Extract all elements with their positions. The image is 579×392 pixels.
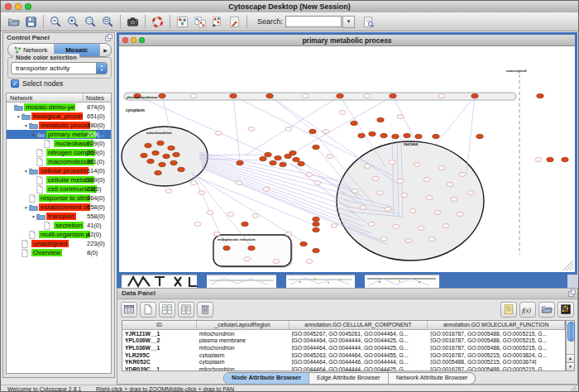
table-row-ykr052c[interactable]: YKR052Ccytoplasm[GO:0044464, GO:0044446,… — [122, 358, 565, 366]
tab-edge-attribute-browser[interactable]: Edge Attribute Browser — [309, 373, 388, 384]
create-network-button[interactable] — [191, 14, 208, 30]
scroll-down-button[interactable]: ▼ — [567, 362, 574, 370]
tree-row-count: 223(0) — [87, 240, 105, 247]
zoom-out-icon — [50, 16, 62, 28]
column-header[interactable]: annotation.GO MOLECULAR_FUNCTION — [428, 321, 565, 329]
annotation-button[interactable] — [226, 14, 243, 30]
zoom-in-button[interactable] — [65, 14, 82, 30]
toolbar-separator — [246, 15, 247, 29]
search-config-icon — [362, 16, 375, 28]
tree-column-nodes[interactable]: Nodes — [83, 94, 104, 102]
table-scrollbar[interactable]: ▲ ▼ — [566, 320, 575, 371]
table-cell: cytoplasm — [197, 352, 290, 358]
formula-builder-button[interactable]: f(x) — [519, 302, 536, 318]
zoom-selected-button[interactable] — [82, 14, 99, 30]
disclosure-triangle-icon[interactable]: ▾ — [23, 205, 29, 210]
tree-row-cell-communicat[interactable]: cell communicat22(0) — [7, 184, 111, 194]
search-dropdown-button[interactable]: ▼ — [342, 16, 355, 28]
tree-row-label: secretion — [54, 222, 84, 229]
svg-text:cytoplasm: cytoplasm — [126, 108, 145, 112]
help-lifering-button[interactable] — [149, 14, 166, 30]
help-lifering-icon — [151, 16, 164, 28]
heatmap-view-button[interactable] — [557, 302, 574, 318]
tree-row-cellular-metabo[interactable]: cellular metabo209(0) — [7, 175, 111, 184]
table-row-ydr039c__1[interactable]: YDR039C__1mitochondrion[GO:0044464, GO:0… — [122, 366, 565, 371]
tree-column-network[interactable]: Network — [10, 94, 33, 102]
search-config-button[interactable] — [360, 14, 377, 30]
tab-node-attribute-browser[interactable]: Node Attribute Browser — [224, 373, 309, 384]
scrollbar-thumb[interactable] — [567, 322, 575, 342]
tree-row-biological-process[interactable]: ▾biological_process651(0) — [7, 112, 111, 121]
resize-grip[interactable] — [568, 385, 577, 392]
table-row-ylr295c[interactable]: YLR295Ccytoplasm[GO:0045263, GO:0044464,… — [122, 351, 565, 359]
tree-row-mosaic-demo-yeast[interactable]: mosaic-demo-yeast874(0) — [7, 103, 111, 112]
network-tree: Network Nodes mosaic-demo-yeast874(0)▾bi… — [6, 93, 112, 374]
open-file-button[interactable] — [5, 14, 22, 30]
attribute-table[interactable]: ID_cellularLayoutRegionannotation.GO CEL… — [122, 320, 566, 371]
attribute-toolbar-left — [121, 302, 213, 318]
tree-row-multi-organism-pro[interactable]: multi-organism pro42(0) — [7, 230, 111, 239]
float-panel-button[interactable] — [568, 289, 576, 297]
column-header[interactable]: annotation.GO CELLULAR_COMPONENT — [290, 321, 428, 329]
table-row-ypl036w__2[interactable]: YPL036W__2plasma membrane[GO:0044464, GO… — [122, 337, 565, 345]
attribute-browser-tabs: Node Attribute BrowserEdge Attribute Bro… — [223, 372, 476, 385]
file-icon — [22, 249, 31, 257]
network-tree-header: Network Nodes — [7, 93, 111, 103]
float-panel-button[interactable] — [105, 34, 112, 41]
network-canvas[interactable]: plasma membranecytoplasmmitochondrionnuc… — [119, 46, 575, 273]
attribute-table-button[interactable] — [121, 302, 137, 318]
disclosure-triangle-icon[interactable]: ▾ — [23, 169, 29, 174]
table-cell: YLR295C — [122, 352, 197, 358]
tree-row-label: unassigned — [31, 240, 69, 247]
save-button[interactable] — [22, 14, 40, 30]
tabs-overflow-button[interactable]: ▶ — [99, 44, 111, 56]
tree-row-response-to-stimulu[interactable]: response to stimulu264(0) — [7, 194, 111, 203]
tree-row-secretion[interactable]: secretion41(0) — [7, 221, 111, 230]
unselect-attributes-button[interactable] — [178, 302, 194, 318]
tab-label: Mosaic — [65, 46, 88, 54]
delete-attribute-button[interactable] — [197, 302, 213, 318]
select-nodes-checkbox[interactable]: ✓ — [11, 79, 19, 88]
tree-row-cellular-process[interactable]: ▾cellular process614(0) — [7, 166, 111, 175]
tree-row-unassigned[interactable]: unassigned223(0) — [7, 239, 111, 248]
tree-row-count: 22(0) — [87, 185, 102, 193]
import-attributes-button[interactable] — [538, 302, 555, 318]
table-row-ypl036w__1[interactable]: YPL036W__1mitochondrion[GO:0044464, GO:0… — [122, 344, 565, 351]
tree-row-metabolic-process[interactable]: ▾metabolic process280(0) — [7, 121, 111, 130]
tree-row-establishment-of-lo[interactable]: ▾establishment of lo558(0) — [7, 203, 111, 212]
scroll-up-button[interactable]: ▲ — [567, 354, 574, 362]
search-input[interactable] — [285, 16, 342, 27]
tree-row-transport[interactable]: ▾transport558(0) — [7, 212, 111, 221]
node-color-dropdown[interactable]: transporter activity ▲▼ — [11, 62, 108, 74]
disclosure-triangle-icon[interactable]: ▾ — [23, 123, 29, 128]
select-attributes-icon — [161, 304, 173, 315]
new-attribute-button[interactable] — [140, 302, 156, 318]
tree-row-overview[interactable]: Overview8(0) — [7, 248, 111, 257]
search-label: Search: — [257, 17, 283, 26]
vizmapper-button[interactable] — [174, 14, 191, 30]
select-attributes-button[interactable] — [159, 302, 175, 318]
tree-row-primary-metabo[interactable]: ▾primary metabo209(... — [7, 130, 111, 139]
tree-row-nitrogen-compo[interactable]: nitrogen compo209(0) — [7, 148, 111, 157]
column-header[interactable]: ID — [122, 321, 197, 329]
snapshot-camera-button[interactable] — [124, 14, 141, 30]
tree-row-macromolecule[interactable]: macromolecule311(0) — [7, 157, 111, 166]
disclosure-triangle-icon[interactable]: ▾ — [31, 214, 36, 219]
disclosure-triangle-icon[interactable]: ▾ — [16, 114, 22, 119]
import-network-icon — [211, 16, 223, 28]
table-cell: [GO:0044464, GO:0044446, GO:0044444, G..… — [290, 359, 428, 365]
network-window-titlebar[interactable]: primary metabolic process — [119, 35, 575, 46]
table-row-yjr121w__1[interactable]: YJR121W__1mitochondrion[GO:0045267, GO:0… — [122, 330, 565, 337]
main-toolbar: Search: ▼ — [1, 12, 578, 31]
import-network-button[interactable] — [208, 14, 226, 30]
tree-row-count: 558(0) — [87, 213, 105, 220]
column-header[interactable]: _cellularLayoutRegion — [197, 321, 290, 329]
table-cell: [GO:0016787, GO:0005488, GO:0005215, G..… — [428, 337, 565, 343]
tab-network-attribute-browser[interactable]: Network Attribute Browser — [388, 373, 476, 384]
annotation-notes-button[interactable] — [500, 302, 517, 318]
tree-row-nucleobase-[interactable]: nucleobase-209(0) — [7, 139, 111, 148]
file-icon — [29, 194, 39, 203]
zoom-fit-button[interactable] — [99, 14, 117, 30]
zoom-out-button[interactable] — [47, 14, 65, 30]
disclosure-triangle-icon[interactable]: ▾ — [31, 132, 36, 137]
